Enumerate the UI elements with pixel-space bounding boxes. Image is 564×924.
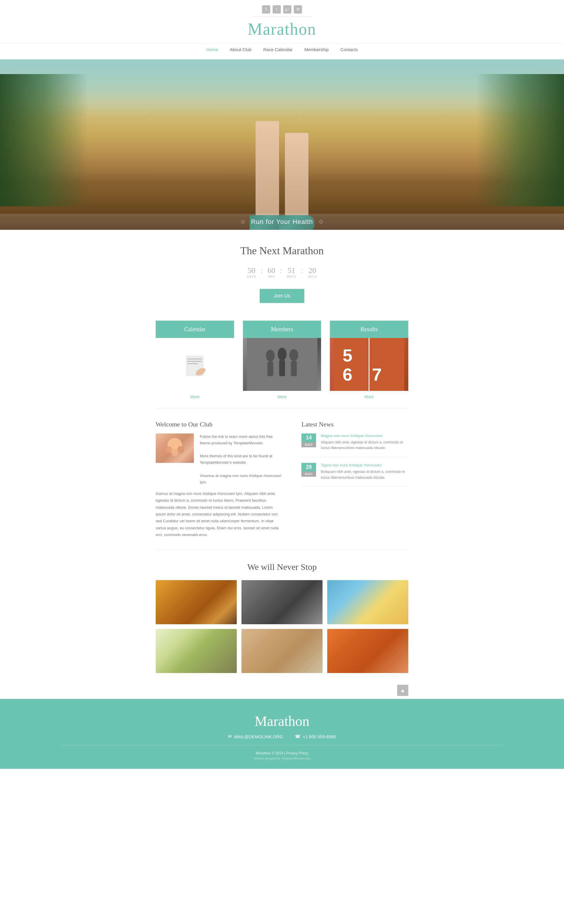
nav-link-about[interactable]: About Club: [230, 47, 251, 52]
hero-caption-bar: ○ Run for Your Health ○: [0, 214, 564, 230]
svg-rect-2: [187, 361, 202, 362]
welcome-section: Welcome to Our Club: [156, 420, 284, 538]
phone-icon-footer: ☎: [295, 734, 301, 739]
news-day-2: 28: [301, 463, 316, 471]
nav-link-contacts[interactable]: Contacts: [340, 47, 358, 52]
news-body-2: Boliquam nibh ante, egestas id dictum a,…: [321, 469, 408, 480]
calendar-header: Calendar: [156, 321, 234, 338]
footer-email[interactable]: MAIL@DEMOLINK.ORG: [234, 734, 283, 739]
countdown-hrs-label: HRS: [268, 275, 275, 278]
hero-prev-arrow[interactable]: ○: [241, 218, 245, 226]
news-section: Latest News 14 MAR Magna non nunc tristi…: [301, 420, 408, 538]
members-more-link[interactable]: More: [243, 391, 322, 403]
nav-item-home[interactable]: Home: [206, 47, 218, 52]
hero-next-arrow[interactable]: ○: [319, 218, 323, 226]
scroll-top-container: ▲: [156, 682, 408, 699]
social-icons-container: 𝕏 f g+ ✉: [0, 5, 564, 14]
welcome-para3: Vivamus at magna non nunc tristique rhon…: [200, 472, 284, 486]
nav-link-home[interactable]: Home: [206, 47, 218, 52]
google-plus-icon[interactable]: g+: [283, 5, 292, 14]
welcome-illustration: [160, 436, 190, 460]
main-nav: Home About Club Race Calendar Membership…: [0, 43, 564, 56]
svg-rect-1: [187, 358, 202, 359]
footer-content: Marathon ✉ MAIL@DEMOLINK.ORG ☎ +1 800 55…: [6, 713, 558, 760]
welcome-body-text: Gamus at magna non nunc tristique rhoncu…: [156, 490, 284, 538]
svg-point-8: [289, 349, 298, 361]
join-us-button[interactable]: Join Us: [260, 289, 305, 303]
countdown-days-value: 50: [247, 266, 256, 275]
never-stop-section: We will Never Stop: [156, 550, 408, 682]
countdown-mnts: 51 MNTS: [282, 264, 301, 280]
gallery-img-3[interactable]: [327, 580, 408, 624]
hero-caption-text: Run for Your Health: [251, 218, 313, 226]
calendar-more-link[interactable]: More: [156, 391, 234, 403]
gallery-img-4[interactable]: [156, 629, 237, 673]
footer-credit: Website designed by TemplateMonster.com: [6, 756, 558, 760]
news-month-2: MAR: [301, 471, 316, 477]
scroll-top-button[interactable]: ▲: [397, 685, 408, 696]
footer-phone[interactable]: +1 800 559-6580: [303, 734, 337, 739]
nav-link-membership[interactable]: Membership: [304, 47, 329, 52]
svg-rect-9: [267, 362, 273, 376]
next-marathon-title: The Next Marathon: [162, 244, 402, 257]
welcome-intro: Follow the link to learn more about this…: [156, 434, 284, 486]
welcome-intro-text: Follow the link to learn more about this…: [200, 434, 284, 486]
gallery-img-5[interactable]: [241, 629, 323, 673]
twitter-icon[interactable]: 𝕏: [262, 5, 270, 14]
nav-item-contacts[interactable]: Contacts: [340, 47, 358, 52]
news-month-1: MAR: [301, 442, 316, 447]
svg-rect-3: [187, 363, 198, 364]
runner-leg-left: [256, 121, 279, 215]
news-headline-2[interactable]: Tagna non nunc tristique rhoncuseri: [321, 463, 408, 467]
news-content-1: Magna non nunc tristique rhoncuseri Aliq…: [321, 434, 408, 451]
countdown-secs-label: SECS: [308, 275, 317, 278]
nav-item-membership[interactable]: Membership: [304, 47, 329, 52]
countdown-days: 50 DAYS: [242, 264, 261, 280]
news-headline-1[interactable]: Magna non nunc tristique rhoncuseri: [321, 434, 408, 438]
gallery-img-1[interactable]: [156, 580, 237, 624]
runner-leg-right: [285, 133, 308, 215]
results-image: 5 6 7: [330, 338, 408, 391]
results-block: Results 5 6 7 More: [330, 321, 408, 403]
hero-runner: [256, 121, 308, 215]
calendar-image: [156, 338, 234, 391]
footer-copyright-text: Marathon © 2014 | Privacy Policy: [256, 751, 308, 755]
hero-trees-left: [0, 74, 88, 206]
news-date-1: 14 MAR: [301, 434, 316, 451]
svg-text:5: 5: [343, 346, 353, 365]
results-illustration: 5 6 7: [330, 338, 408, 391]
footer-title: Marathon: [6, 713, 558, 729]
hero-section: ○ Run for Your Health ○: [0, 59, 564, 230]
footer-email-item: ✉ MAIL@DEMOLINK.ORG: [228, 734, 283, 739]
nav-item-about[interactable]: About Club: [230, 47, 251, 52]
calendar-illustration: [180, 350, 209, 379]
members-block: Members More: [243, 321, 322, 403]
gallery-img-2[interactable]: [241, 580, 323, 624]
nav-item-calendar[interactable]: Race Calendar: [263, 47, 293, 52]
countdown-timer: 50 DAYS : 60 HRS : 51 MNTS : 20 SECS: [162, 264, 402, 280]
members-image: [243, 338, 322, 391]
facebook-icon[interactable]: f: [272, 5, 281, 14]
welcome-title: Welcome to Our Club: [156, 420, 284, 428]
svg-rect-10: [279, 360, 285, 376]
svg-point-6: [266, 350, 275, 362]
svg-text:7: 7: [372, 365, 382, 384]
countdown-hrs: 60 HRS: [263, 264, 280, 280]
countdown-sep3: :: [301, 264, 303, 280]
nav-link-calendar[interactable]: Race Calendar: [263, 47, 293, 52]
footer-divider: [61, 745, 503, 746]
three-columns: Calendar More Members: [156, 321, 408, 403]
results-more-link[interactable]: More: [330, 391, 408, 403]
results-header: Results: [330, 321, 408, 338]
countdown-days-label: DAYS: [247, 275, 256, 278]
news-title: Latest News: [301, 420, 408, 428]
email-icon[interactable]: ✉: [294, 5, 302, 14]
welcome-image: [156, 434, 194, 463]
news-date-2: 28 MAR: [301, 463, 316, 480]
countdown-hrs-value: 60: [268, 266, 275, 275]
gallery-img-6[interactable]: [327, 629, 408, 673]
countdown-secs: 20 SECS: [303, 264, 322, 280]
countdown-mnts-value: 51: [287, 266, 296, 275]
next-marathon-section: The Next Marathon 50 DAYS : 60 HRS : 51 …: [156, 230, 408, 315]
welcome-news-section: Welcome to Our Club: [156, 408, 408, 550]
